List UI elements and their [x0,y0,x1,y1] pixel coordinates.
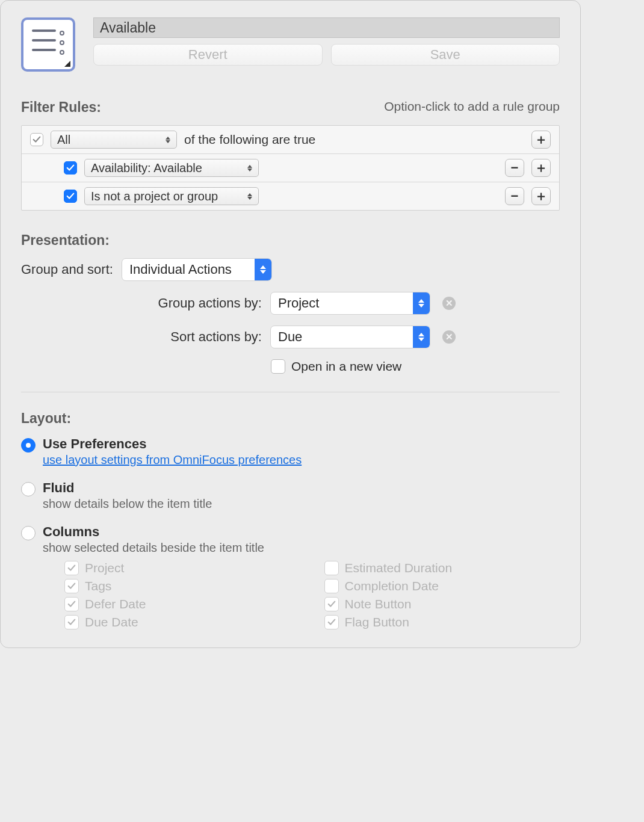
col-flag-label: Flag Button [345,615,409,629]
col-note-label: Note Button [345,597,412,611]
col-tags-checkbox[interactable] [64,579,79,593]
header-buttons: Revert Save [93,44,560,66]
layout-fluid-row: Fluid show details below the item title [21,480,560,511]
add-rule-button[interactable]: ＋ [531,159,551,177]
header-right: Revert Save [93,17,560,72]
col-defer-label: Defer Date [85,597,146,611]
col-est-label: Estimated Duration [345,561,453,575]
header: Revert Save [21,17,560,72]
col-project-label: Project [85,561,124,575]
stepper-icon [246,193,253,200]
filter-rules-heading: Filter Rules: Option-click to add a rule… [21,99,560,116]
sort-by-label: Sort actions by: [21,329,262,345]
save-button[interactable]: Save [331,44,560,66]
rule-root-checkbox[interactable] [30,133,43,146]
group-by-label: Group actions by: [21,295,262,311]
col-note-row: Note Button [324,597,560,611]
group-sort-value: Individual Actions [122,262,255,277]
rule-condition-value: Availability: Available [91,161,202,175]
rule-checkbox[interactable] [64,161,77,175]
chevron-updown-icon [255,259,271,280]
col-est-checkbox[interactable] [324,561,339,575]
columns-checkbox-grid: Project Estimated Duration Tags Completi… [64,561,560,629]
layout-fluid-desc: show details below the item title [43,497,560,511]
col-completion-row: Completion Date [324,579,560,593]
col-completion-label: Completion Date [345,579,439,593]
layout-use-prefs-title: Use Preferences [43,436,560,452]
group-and-sort-row: Group and sort: Individual Actions [21,258,560,281]
col-defer-checkbox[interactable] [64,597,79,611]
group-sort-label: Group and sort: [21,262,113,277]
stepper-icon [246,165,253,172]
col-flag-checkbox[interactable] [324,615,339,629]
remove-rule-button[interactable]: − [505,187,524,205]
add-rule-button[interactable]: ＋ [531,187,551,205]
add-rule-button[interactable]: ＋ [531,131,551,149]
col-project-checkbox[interactable] [64,561,79,575]
rule-condition-value: Is not a project or group [91,190,218,203]
col-defer-row: Defer Date [64,597,300,611]
layout-fluid-radio[interactable] [21,482,36,496]
sort-by-value: Due [271,329,413,345]
filter-rules-label: Filter Rules: [21,99,101,115]
clear-group-by-button[interactable]: ✕ [442,297,456,310]
filter-rules-box: All of the following are true ＋ Availabi… [21,125,560,211]
section-divider [21,392,560,392]
layout-use-prefs-row: Use Preferences use layout settings from… [21,436,560,467]
group-by-row: Group actions by: Project ✕ [21,292,560,315]
rule-row: Availability: Available − ＋ [22,154,559,182]
perspective-icon-picker[interactable] [21,17,75,72]
layout-columns-radio[interactable] [21,526,36,540]
open-new-view-label: Open in a new view [291,359,401,374]
layout-columns-title: Columns [43,524,560,540]
sort-by-row: Sort actions by: Due ✕ [21,326,560,348]
col-due-row: Due Date [64,615,300,629]
col-est-row: Estimated Duration [324,561,560,575]
clear-sort-by-button[interactable]: ✕ [442,330,456,344]
remove-rule-button[interactable]: − [505,159,524,177]
layout-use-prefs-link[interactable]: use layout settings from OmniFocus prefe… [43,453,302,466]
rule-root-suffix: of the following are true [184,132,315,147]
col-due-label: Due Date [85,615,138,629]
rule-checkbox[interactable] [64,190,77,203]
presentation-heading: Presentation: [21,232,560,249]
rule-row: Is not a project or group − ＋ [22,182,559,210]
col-tags-label: Tags [85,579,111,593]
layout-use-prefs-radio[interactable] [21,438,36,453]
col-tags-row: Tags [64,579,300,593]
chevron-updown-icon [413,326,430,348]
revert-button[interactable]: Revert [93,44,323,66]
group-sort-select[interactable]: Individual Actions [122,258,272,281]
perspective-editor-window: Revert Save Filter Rules: Option-click t… [0,0,581,648]
group-by-value: Project [271,295,413,311]
rule-condition-select[interactable]: Availability: Available [84,159,259,177]
col-completion-checkbox[interactable] [324,579,339,593]
layout-columns-row: Columns show selected details beside the… [21,524,560,555]
col-due-checkbox[interactable] [64,615,79,629]
rule-match-select[interactable]: All [51,131,177,149]
chevron-updown-icon [413,292,430,314]
rule-match-value: All [57,133,70,147]
stepper-icon [164,137,172,143]
layout-heading: Layout: [21,410,560,427]
rule-condition-select[interactable]: Is not a project or group [84,187,259,205]
col-flag-row: Flag Button [324,615,560,629]
perspective-title-input[interactable] [93,17,560,38]
layout-fluid-title: Fluid [43,480,560,496]
sort-by-select[interactable]: Due [270,326,430,348]
open-new-view-checkbox[interactable] [271,359,285,374]
col-project-row: Project [64,561,300,575]
layout-columns-desc: show selected details beside the item ti… [43,541,560,555]
col-note-checkbox[interactable] [324,597,339,611]
open-new-view-row: Open in a new view [271,359,560,374]
filter-rules-hint: Option-click to add a rule group [384,99,560,114]
rule-root-row: All of the following are true ＋ [22,126,559,154]
group-by-select[interactable]: Project [270,292,430,315]
